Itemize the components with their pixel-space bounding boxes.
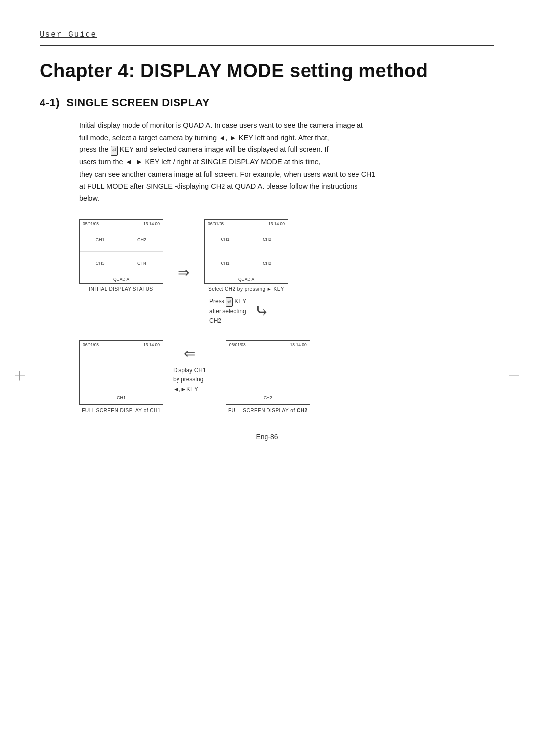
screen-cell-ch1: CH1 — [80, 228, 121, 252]
select-ch2-header: 06/01/03 13:14:00 — [205, 220, 288, 228]
crosshair-right — [509, 376, 519, 381]
full-ch1-screen: 06/01/03 13:14:00 CH1 — [79, 340, 163, 405]
corner-mark-tr — [504, 15, 519, 30]
crosshair-left — [15, 376, 25, 381]
arrow-left-icon: ⇐ — [184, 345, 195, 362]
initial-date: 05/01/03 — [83, 221, 99, 226]
select-ch2-bottom-ch2: CH2 — [246, 251, 288, 275]
chapter-title: Chapter 4: DISPLAY MODE setting method — [40, 60, 494, 82]
screen-cell-ch2: CH2 — [121, 228, 163, 252]
body-text: Initial display mode of monitor is QUAD … — [79, 119, 494, 204]
display-ch1-text: Display CH1 by pressing ◄,►KEY — [173, 366, 206, 394]
full-ch2-date: 06/01/03 — [229, 342, 246, 347]
select-ch2-screen: 06/01/03 13:14:00 CH1 CH2 CH1 CH2 — [204, 219, 288, 284]
initial-screen: 05/01/03 13:14:00 CH1 CH2 CH3 CH4 QUAD A — [79, 219, 163, 284]
initial-time: 13:14:00 — [143, 221, 160, 226]
section-number: 4-1) — [40, 96, 60, 109]
full-ch1-channel: CH1 — [117, 395, 126, 400]
full-ch1-date: 06/01/03 — [83, 342, 99, 347]
full-ch1-time: 13:14:00 — [143, 342, 160, 347]
initial-display-group: 05/01/03 13:14:00 CH1 CH2 CH3 CH4 QUAD A… — [79, 219, 163, 292]
enter-key-icon2: ⏎ — [226, 297, 233, 306]
page-number: Eng-86 — [40, 433, 494, 441]
full-ch2-header: 06/01/03 13:14:00 — [226, 341, 310, 349]
full-ch2-time: 13:14:00 — [290, 342, 307, 347]
select-ch2-row: 06/01/03 13:14:00 CH1 CH2 CH1 CH2 — [204, 219, 288, 292]
select-ch2-bottom-row: CH1 CH2 — [205, 251, 288, 275]
initial-screen-footer: QUAD A — [80, 275, 163, 283]
full-ch2-bold: CH2 — [297, 408, 308, 413]
full-ch2-group: 06/01/03 13:14:00 CH2 FULL SCREEN DISPLA… — [226, 340, 310, 413]
select-ch2-bottom-ch1: CH1 — [205, 251, 246, 275]
select-ch2-time: 13:14:00 — [268, 221, 285, 226]
full-ch2-channel: CH2 — [264, 395, 272, 400]
full-ch1-caption: FULL SCREEN DISPLAY of CH1 — [82, 408, 161, 413]
diagrams-bottom-row: 06/01/03 13:14:00 CH1 FULL SCREEN DISPLA… — [79, 340, 475, 413]
select-ch2-caption: Select CH2 by pressing ► KEY — [208, 286, 284, 292]
enter-key-icon: ⏎ — [111, 146, 118, 155]
corner-mark-tl — [15, 15, 30, 30]
initial-caption: INITIAL DISPLAY STATUS — [89, 286, 153, 292]
header-line — [40, 45, 494, 46]
arrow-right-double: ⇒ — [178, 264, 189, 281]
corner-mark-br — [504, 726, 519, 741]
crosshair-bottom — [265, 736, 269, 741]
screen-cell-ch4: CH4 — [121, 252, 163, 275]
select-ch2-footer: QUAD A — [205, 275, 288, 283]
initial-screen-quadrant: CH1 CH2 CH3 CH4 — [80, 228, 163, 275]
full-ch1-content: CH1 — [80, 349, 163, 404]
full-ch1-group: 06/01/03 13:14:00 CH1 FULL SCREEN DISPLA… — [79, 340, 163, 413]
select-ch2-date: 06/01/03 — [208, 221, 224, 226]
select-ch2-top-ch1: CH1 — [205, 228, 246, 251]
corner-mark-bl — [15, 726, 30, 741]
screen-cell-ch3: CH3 — [80, 252, 121, 275]
diagrams-section: 05/01/03 13:14:00 CH1 CH2 CH3 CH4 QUAD A… — [79, 219, 475, 413]
display-ch1-group: ⇐ Display CH1 by pressing ◄,►KEY — [173, 345, 206, 394]
right-side-group: 06/01/03 13:14:00 CH1 CH2 CH1 CH2 — [204, 219, 288, 326]
section-title: 4-1) SINGLE SCREEN DISPLAY — [40, 96, 494, 109]
select-ch2-top-ch2: CH2 — [246, 228, 288, 251]
full-ch2-content: CH2 — [226, 349, 310, 404]
user-guide-label: User Guide — [40, 30, 97, 39]
select-ch2-group: 06/01/03 13:14:00 CH1 CH2 CH1 CH2 — [204, 219, 288, 292]
page: User Guide Chapter 4: DISPLAY MODE setti… — [0, 0, 534, 756]
crosshair-top — [265, 15, 269, 20]
press-key-row: Press ⏎ KEY after selecting CH2 ⤷ — [209, 297, 288, 326]
full-ch2-screen: 06/01/03 13:14:00 CH2 — [226, 340, 310, 405]
full-ch1-header: 06/01/03 13:14:00 — [80, 341, 163, 349]
header-section: User Guide — [40, 30, 494, 46]
diagrams-top-row: 05/01/03 13:14:00 CH1 CH2 CH3 CH4 QUAD A… — [79, 219, 475, 326]
initial-screen-header: 05/01/03 13:14:00 — [80, 220, 163, 228]
full-ch2-caption: FULL SCREEN DISPLAY of CH2 — [228, 408, 308, 413]
press-key-text: Press ⏎ KEY after selecting CH2 — [209, 297, 246, 326]
arrow-down-icon: ⤷ — [254, 301, 269, 322]
select-ch2-top-row: CH1 CH2 — [205, 228, 288, 251]
